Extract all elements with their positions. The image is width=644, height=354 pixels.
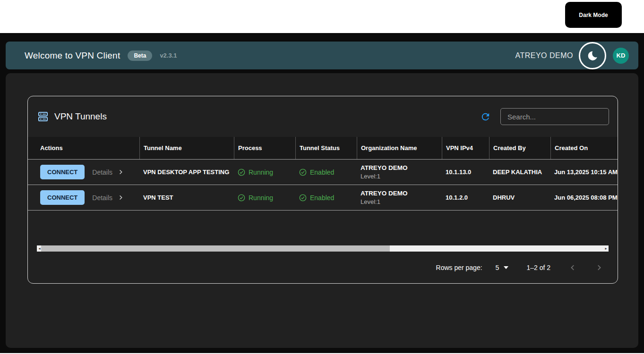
moon-icon: [586, 50, 599, 62]
vpn-ipv4-cell: 10.1.13.0: [442, 169, 489, 176]
card-header-right: [480, 108, 609, 125]
tunnel-status-label: Enabled: [310, 169, 334, 176]
process-cell: Running: [234, 194, 295, 202]
tunnel-status-cell: Enabled: [295, 169, 357, 176]
column-header-organization-name: Organization Name: [357, 137, 442, 159]
tunnel-status: Enabled: [299, 169, 357, 176]
pagination-bar: Rows per page: 5 1–2 of 2: [28, 252, 618, 283]
column-header-vpn-ipv4: VPN IPv4: [442, 137, 489, 159]
avatar[interactable]: KD: [613, 48, 629, 64]
vpn-tunnels-table: Actions Tunnel Name Process Tunnel Statu…: [28, 137, 618, 211]
created-by-cell: DHRUV: [489, 194, 550, 201]
column-header-created-by: Created By: [489, 137, 550, 159]
table-header-row: Actions Tunnel Name Process Tunnel Statu…: [28, 137, 618, 160]
table-row: CONNECT Details VPN DESKTOP APP TESTING: [28, 160, 618, 185]
actions-cell: CONNECT Details: [28, 165, 139, 179]
top-bar-right: ATREYO DEMO KD: [515, 42, 629, 69]
table-viewport: Actions Tunnel Name Process Tunnel Statu…: [28, 137, 618, 211]
column-header-created-on: Created On: [550, 137, 618, 159]
tunnel-name-cell: VPN TEST: [139, 194, 234, 201]
tunnel-status-cell: Enabled: [295, 194, 357, 202]
organization-level: Level:1: [361, 173, 442, 180]
organization-name: ATREYO DEMO: [361, 190, 442, 197]
process-status: Running: [238, 194, 295, 202]
scroll-right-arrow-icon[interactable]: ▸: [604, 245, 608, 252]
column-header-actions: Actions: [28, 137, 139, 159]
organization-cell: ATREYO DEMO Level:1: [357, 190, 442, 205]
tunnel-status-label: Enabled: [310, 194, 334, 202]
main-panel: VPN Tunnels Actions: [6, 73, 638, 348]
check-circle-icon: [299, 194, 307, 202]
check-circle-icon: [299, 169, 307, 176]
refresh-button[interactable]: [480, 111, 491, 122]
connect-button[interactable]: CONNECT: [40, 165, 85, 179]
column-header-tunnel-status: Tunnel Status: [295, 137, 357, 159]
scrollbar-thumb[interactable]: [41, 245, 390, 252]
chevron-right-icon: [595, 263, 603, 272]
vpn-ipv4-cell: 10.1.2.0: [442, 194, 489, 201]
card-title: VPN Tunnels: [54, 111, 107, 122]
organization-level: Level:1: [361, 198, 442, 205]
details-label: Details: [92, 169, 112, 176]
process-cell: Running: [234, 169, 295, 176]
top-bar: Welcome to VPN Client Beta v2.3.1 ATREYO…: [6, 42, 638, 69]
details-label: Details: [92, 194, 112, 202]
refresh-icon: [480, 111, 491, 122]
rows-per-page-value: 5: [496, 264, 499, 271]
created-by-cell: DEEP KALATHIA: [489, 169, 550, 176]
organization-name: ATREYO DEMO: [361, 164, 442, 171]
tunnels-icon: [37, 111, 49, 122]
process-label: Running: [249, 194, 273, 202]
tunnel-status: Enabled: [299, 194, 357, 202]
tunnel-name-cell: VPN DESKTOP APP TESTING: [139, 169, 234, 176]
previous-page-button[interactable]: [568, 263, 577, 272]
check-circle-icon: [238, 194, 245, 202]
created-on-cell: Jun 06,2025 08:08 PM: [550, 194, 618, 201]
actions-cell: CONNECT Details: [28, 190, 139, 205]
version-label: v2.3.1: [160, 52, 177, 59]
column-header-process: Process: [234, 137, 295, 159]
app-window: Welcome to VPN Client Beta v2.3.1 ATREYO…: [0, 33, 644, 353]
table-row: CONNECT Details VPN TEST: [28, 185, 618, 211]
theme-toggle-button[interactable]: [579, 42, 606, 69]
avatar-initials: KD: [617, 52, 626, 59]
pagination-range: 1–2 of 2: [526, 264, 550, 271]
rows-per-page-label: Rows per page:: [436, 264, 482, 271]
dark-mode-tooltip: Dark Mode: [565, 2, 622, 28]
details-link[interactable]: Details: [92, 169, 124, 176]
process-status: Running: [238, 169, 295, 176]
next-page-button[interactable]: [595, 263, 603, 272]
rows-per-page-select[interactable]: 5: [496, 264, 509, 271]
check-circle-icon: [238, 169, 245, 176]
app-title: Welcome to VPN Client: [25, 51, 120, 61]
process-label: Running: [249, 169, 273, 176]
vpn-tunnels-card: VPN Tunnels Actions: [27, 96, 618, 284]
account-name: ATREYO DEMO: [515, 51, 573, 60]
created-on-cell: Jun 13,2025 10:15 AM: [550, 169, 618, 176]
caret-down-icon: [504, 266, 508, 269]
empty-rows-area: [28, 211, 618, 245]
details-link[interactable]: Details: [92, 194, 124, 202]
dark-mode-tooltip-label: Dark Mode: [579, 12, 608, 18]
organization-cell: ATREYO DEMO Level:1: [357, 164, 442, 180]
horizontal-scrollbar[interactable]: ◂ ▸: [37, 245, 609, 252]
beta-badge: Beta: [128, 51, 152, 61]
chevron-right-icon: [112, 169, 124, 176]
chevron-right-icon: [112, 194, 124, 201]
search-input[interactable]: [500, 108, 609, 125]
chevron-left-icon: [568, 263, 577, 272]
card-header: VPN Tunnels: [28, 96, 618, 137]
connect-button[interactable]: CONNECT: [40, 190, 85, 205]
column-header-tunnel-name: Tunnel Name: [139, 137, 234, 159]
